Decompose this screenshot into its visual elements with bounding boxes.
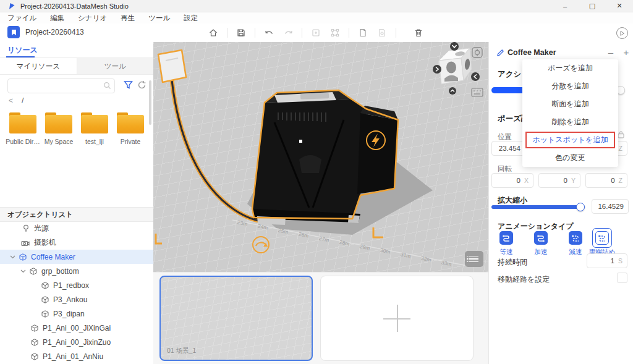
group-move-icon[interactable]: [310, 27, 321, 38]
menu-play[interactable]: 再生: [121, 14, 135, 23]
duration-label: 持続時間: [498, 257, 527, 268]
viewport-list-button[interactable]: [465, 251, 483, 267]
rotate-left-button: [433, 65, 441, 74]
cube-icon: [30, 268, 37, 275]
paste-page-icon[interactable]: [376, 27, 388, 38]
list-item-grp-bottom[interactable]: grp_bottom: [0, 264, 153, 278]
app-logo-icon: [8, 2, 15, 10]
scene-card-1[interactable]: 01 场景_1: [159, 276, 313, 361]
folder-my-space[interactable]: My Space: [41, 108, 77, 145]
viewport-3d[interactable]: 23m 24m 25m 26m 27m 28m 29m 30m 31m 32m …: [153, 42, 488, 272]
minimize-button[interactable]: –: [551, 0, 579, 12]
project-icon: [7, 26, 20, 38]
menu-item-add-pose[interactable]: ポーズを追加: [522, 59, 618, 77]
move-path-badge-icon: [253, 237, 269, 253]
project-badge: Project-20260413: [7, 26, 84, 38]
anim-type-accelerate[interactable]: 加速: [524, 231, 558, 256]
light-icon: [22, 224, 30, 232]
object-list-header: オブジェクトリスト: [0, 207, 153, 222]
folder-grid: Public Dir… My Space test_ljl Private: [5, 108, 148, 145]
window-title: Project-20260413-DataMesh Studio: [20, 2, 129, 10]
tree-scrollbar[interactable]: [149, 80, 151, 125]
folder-test-ljl[interactable]: test_ljl: [77, 108, 113, 145]
redo-icon[interactable]: [283, 27, 294, 38]
edit-name-icon[interactable]: [496, 49, 504, 57]
bounds-bracket: [373, 227, 383, 237]
list-item-light[interactable]: 光源: [0, 221, 153, 235]
resource-tab[interactable]: リソース: [7, 45, 38, 56]
scale-value-field[interactable]: 16.4529: [592, 199, 629, 214]
scale-slider-thumb[interactable]: [576, 203, 585, 211]
folder-icon: [45, 112, 72, 133]
folder-icon: [117, 112, 144, 133]
undo-icon[interactable]: [263, 27, 274, 38]
save-icon[interactable]: [236, 27, 247, 38]
collapse-button[interactable]: –: [606, 47, 616, 57]
rotation-x-field[interactable]: 0X: [491, 173, 533, 188]
bounds-bracket: [156, 234, 162, 243]
folder-icon: [81, 112, 108, 133]
list-item-coffee-maker[interactable]: Coffee Maker: [0, 250, 153, 264]
menu-item-change-color[interactable]: 色の変更: [522, 149, 618, 167]
breadcrumb-path: /: [22, 96, 23, 105]
toolbar: Project-20260413: [0, 23, 633, 43]
titlebar: Project-20260413-DataMesh Studio – ▢ ✕: [0, 0, 633, 12]
menu-edit[interactable]: 編集: [50, 14, 64, 23]
folder-private[interactable]: Private: [113, 108, 148, 145]
anim-type-ease-both[interactable]: 両端詰め: [585, 231, 619, 256]
list-item-p3-dipan[interactable]: P3_dipan: [0, 307, 153, 321]
search-input[interactable]: [7, 78, 115, 93]
add-action-button[interactable]: +: [621, 47, 631, 57]
list-item-p3-ankou[interactable]: P3_Ankou: [0, 292, 153, 307]
menu-file[interactable]: ファイル: [7, 14, 36, 23]
move-path-checkbox[interactable]: [617, 273, 627, 283]
add-action-menu: ポーズを追加 分散を追加 断面を追加 削除を追加 ホットスポットを追加 色の変更: [522, 59, 618, 167]
refresh-icon[interactable]: [137, 80, 147, 92]
datamesh-studio-window: Project-20260413-DataMesh Studio – ▢ ✕ フ…: [0, 0, 633, 364]
resource-panel: リソース マイリソース ツール < / Public Dir…: [0, 42, 154, 364]
position-label: 位置: [498, 132, 512, 142]
ease-both-icon: [595, 231, 609, 245]
tab-tools[interactable]: ツール: [77, 58, 154, 74]
rotate-down-button: [449, 87, 456, 95]
menu-item-add-scatter[interactable]: 分散を追加: [522, 77, 618, 95]
keyboard-icon: [472, 88, 483, 96]
list-item-anniu[interactable]: P1_Ani_01_AnNiu: [0, 349, 153, 363]
cube-icon: [31, 353, 38, 360]
cube-icon: [41, 310, 49, 318]
cube-icon: [41, 296, 49, 303]
scene-strip: 01 场景_1: [153, 272, 488, 364]
close-button[interactable]: ✕: [606, 0, 633, 12]
list-item-jixingai[interactable]: P1_Ani_00_JiXinGai: [0, 321, 153, 335]
rotation-label: 回転: [498, 164, 512, 174]
menu-item-add-section[interactable]: 断面を追加: [522, 95, 618, 113]
list-item-jixinzuo[interactable]: P1_Ani_00_JixinZuo: [0, 335, 153, 349]
menu-item-add-delete[interactable]: 削除を追加: [522, 113, 618, 131]
anim-type-constant[interactable]: 等速: [489, 231, 524, 256]
group-select-icon[interactable]: [329, 27, 341, 38]
power-plug: [158, 50, 186, 82]
menu-item-add-hotspot[interactable]: ホットスポットを追加: [522, 131, 618, 149]
list-item-p1-redbox[interactable]: P1_redbox: [0, 278, 153, 292]
tab-my-resources[interactable]: マイリソース: [0, 58, 77, 74]
rotation-z-field[interactable]: 0Z: [585, 173, 627, 188]
filter-icon[interactable]: [124, 80, 133, 92]
breadcrumb-back[interactable]: <: [9, 96, 13, 105]
duration-field[interactable]: 1S: [587, 253, 627, 268]
menu-scenario[interactable]: シナリオ: [78, 14, 107, 23]
menu-settings[interactable]: 設定: [184, 14, 198, 23]
navigation-cube: [439, 48, 472, 84]
cube-icon: [31, 339, 38, 346]
menu-tools[interactable]: ツール: [148, 14, 170, 23]
list-item-camera[interactable]: 摄影机: [0, 235, 153, 250]
folder-public[interactable]: Public Dir…: [5, 108, 41, 145]
decelerate-icon: [569, 231, 582, 245]
add-scene-card[interactable]: [320, 276, 474, 361]
maximize-button[interactable]: ▢: [579, 0, 606, 12]
rotation-y-field[interactable]: 0Y: [538, 173, 580, 188]
cube-icon: [41, 282, 49, 289]
preview-play-button[interactable]: [616, 27, 628, 39]
delete-icon[interactable]: [413, 27, 424, 38]
copy-page-icon[interactable]: [357, 27, 368, 38]
home-icon[interactable]: [208, 27, 219, 38]
